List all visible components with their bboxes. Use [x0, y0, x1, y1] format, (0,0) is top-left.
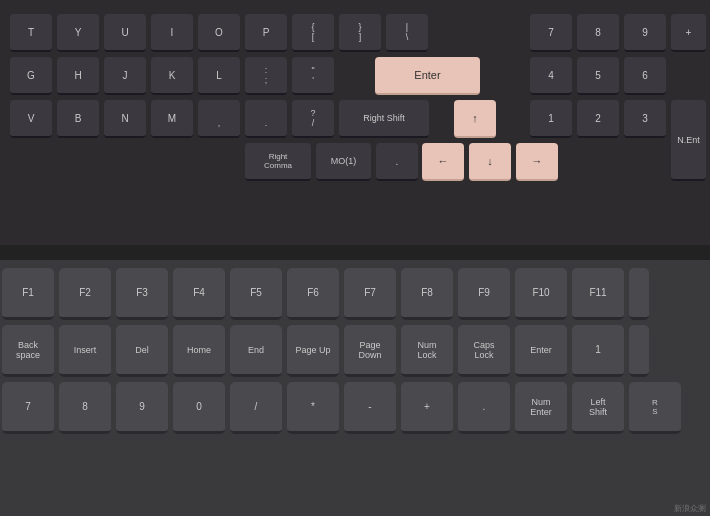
key-num1[interactable]: 1	[530, 100, 572, 138]
key-nument[interactable]: N.Ent	[671, 100, 706, 181]
key-i[interactable]: I	[151, 14, 193, 52]
key-f3[interactable]: F3	[116, 268, 168, 320]
key-num7[interactable]: 7	[530, 14, 572, 52]
key-right-shift[interactable]: Right Shift	[339, 100, 429, 138]
key-f11[interactable]: F11	[572, 268, 624, 320]
key-f7[interactable]: F7	[344, 268, 396, 320]
key-f1[interactable]: F1	[2, 268, 54, 320]
key-j[interactable]: J	[104, 57, 146, 95]
key-capslock[interactable]: CapsLock	[458, 325, 510, 377]
key-f8[interactable]: F8	[401, 268, 453, 320]
key-num4[interactable]: 4	[530, 57, 572, 95]
key-bracket-close[interactable]: }]	[339, 14, 381, 52]
key-k[interactable]: K	[151, 57, 193, 95]
key-numdot[interactable]: .	[458, 382, 510, 434]
key-left-shift-bottom[interactable]: LeftShift	[572, 382, 624, 434]
key-semicolon[interactable]: :;	[245, 57, 287, 95]
key-num3[interactable]: 3	[624, 100, 666, 138]
key-comma[interactable]: ,	[198, 100, 240, 138]
key-period[interactable]: .	[245, 100, 287, 138]
key-numminus[interactable]: -	[344, 382, 396, 434]
key-h[interactable]: H	[57, 57, 99, 95]
key-p[interactable]: P	[245, 14, 287, 52]
key-enter[interactable]: Enter	[375, 57, 480, 95]
key-u[interactable]: U	[104, 14, 146, 52]
key-numslash[interactable]: /	[230, 382, 282, 434]
key-numpad7[interactable]: 7	[2, 382, 54, 434]
key-enter-bottom[interactable]: Enter	[515, 325, 567, 377]
key-slash[interactable]: ?/	[292, 100, 334, 138]
key-g[interactable]: G	[10, 57, 52, 95]
key-numpad1[interactable]: 1	[572, 325, 624, 377]
key-pagedown[interactable]: PageDown	[344, 325, 396, 377]
key-numstar[interactable]: *	[287, 382, 339, 434]
key-numpad9[interactable]: 9	[116, 382, 168, 434]
key-f10[interactable]: F10	[515, 268, 567, 320]
key-numpad0[interactable]: 0	[173, 382, 225, 434]
key-f5[interactable]: F5	[230, 268, 282, 320]
key-f9[interactable]: F9	[458, 268, 510, 320]
key-pink-up[interactable]: ↑	[454, 100, 496, 138]
key-right-command[interactable]: RightComma	[245, 143, 311, 181]
key-insert[interactable]: Insert	[59, 325, 111, 377]
key-m[interactable]: M	[151, 100, 193, 138]
key-f2[interactable]: F2	[59, 268, 111, 320]
key-num5[interactable]: 5	[577, 57, 619, 95]
key-v[interactable]: V	[10, 100, 52, 138]
key-pageup[interactable]: Page Up	[287, 325, 339, 377]
watermark: 新浪众测	[674, 503, 706, 514]
key-num8[interactable]: 8	[577, 14, 619, 52]
key-bracket-open[interactable]: {[	[292, 14, 334, 52]
key-f6[interactable]: F6	[287, 268, 339, 320]
keyboard-top-section: T Y U I O P {[ }] |\ 7 8 9 + G H J K L :…	[0, 0, 710, 260]
key-home[interactable]: Home	[173, 325, 225, 377]
key-num2[interactable]: 2	[577, 100, 619, 138]
key-numenter[interactable]: NumEnter	[515, 382, 567, 434]
key-n[interactable]: N	[104, 100, 146, 138]
key-partial-right[interactable]	[629, 325, 649, 377]
key-t[interactable]: T	[10, 14, 52, 52]
key-numlock[interactable]: NumLock	[401, 325, 453, 377]
key-num9[interactable]: 9	[624, 14, 666, 52]
key-backspace[interactable]: Backspace	[2, 325, 54, 377]
key-pink-left[interactable]: ←	[422, 143, 464, 181]
key-o[interactable]: O	[198, 14, 240, 52]
key-numplus-bottom[interactable]: +	[401, 382, 453, 434]
key-f12-partial[interactable]	[629, 268, 649, 320]
key-del[interactable]: Del	[116, 325, 168, 377]
key-b[interactable]: B	[57, 100, 99, 138]
key-pink-down[interactable]: ↓	[469, 143, 511, 181]
key-numplus[interactable]: +	[671, 14, 706, 52]
key-numpad8[interactable]: 8	[59, 382, 111, 434]
key-f4[interactable]: F4	[173, 268, 225, 320]
keyboard-bottom-section: F1 F2 F3 F4 F5 F6 F7 F8 F9 F10 F11 Backs…	[0, 260, 710, 516]
key-mo1[interactable]: MO(1)	[316, 143, 371, 181]
key-l[interactable]: L	[198, 57, 240, 95]
key-dot-bottom[interactable]: .	[376, 143, 418, 181]
key-pink-right[interactable]: →	[516, 143, 558, 181]
key-end[interactable]: End	[230, 325, 282, 377]
key-backslash[interactable]: |\	[386, 14, 428, 52]
key-quote[interactable]: "'	[292, 57, 334, 95]
key-num6[interactable]: 6	[624, 57, 666, 95]
key-y[interactable]: Y	[57, 14, 99, 52]
key-right-shift-bottom[interactable]: RS	[629, 382, 681, 434]
